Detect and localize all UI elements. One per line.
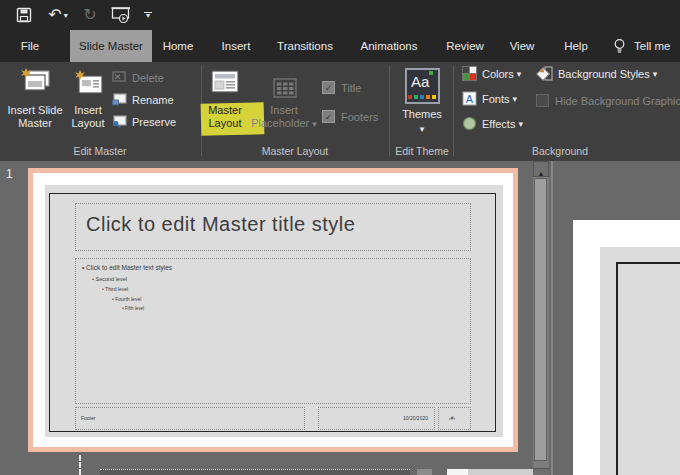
fonts-label: Fonts bbox=[482, 93, 510, 105]
tab-transitions[interactable]: Transitions bbox=[270, 30, 340, 62]
colors-caret-icon: ▾ bbox=[517, 69, 522, 79]
fonts-button[interactable]: A Fonts ▾ bbox=[462, 91, 517, 106]
body-placeholder[interactable]: • Click to edit Master text styles • Sec… bbox=[75, 258, 471, 404]
main-slide-surface[interactable] bbox=[573, 220, 680, 475]
preserve-label: Preserve bbox=[132, 116, 176, 128]
master-layout-label: Master Layout bbox=[203, 104, 247, 130]
redo-icon: ↻ bbox=[83, 7, 96, 23]
tab-insert[interactable]: Insert bbox=[214, 30, 258, 62]
tab-file[interactable]: File bbox=[6, 30, 54, 62]
save-button[interactable] bbox=[14, 4, 34, 26]
undo-button[interactable]: ↶ ▾ bbox=[44, 4, 72, 26]
themes-caret-icon: ▾ bbox=[396, 124, 448, 134]
main-slide-canvas[interactable] bbox=[553, 161, 680, 475]
thumbnail-tree-connector bbox=[79, 455, 81, 475]
slide-theme-panel: Click to edit Master title style • Click… bbox=[45, 185, 503, 437]
tab-help[interactable]: Help bbox=[554, 30, 598, 62]
footers-checkbox-box: ✓ bbox=[322, 110, 335, 123]
preserve-button[interactable]: Preserve bbox=[112, 115, 176, 128]
preserve-icon bbox=[112, 115, 127, 128]
next-thumbnail-partial bbox=[447, 469, 468, 475]
scrollbar-up-button[interactable]: ▲ bbox=[533, 161, 549, 177]
insert-slide-master-icon bbox=[20, 68, 50, 94]
background-group-label: Background bbox=[490, 145, 630, 157]
body-level-4: • Fourth level bbox=[112, 297, 141, 302]
insert-slide-master-button[interactable]: Insert Slide Master bbox=[4, 64, 66, 142]
tab-tell-me[interactable]: Tell me bbox=[634, 30, 680, 62]
delete-icon bbox=[112, 71, 127, 84]
next-thumbnail-partial[interactable] bbox=[100, 469, 410, 475]
footer-placeholder-text: Footer bbox=[81, 416, 95, 421]
body-level-3: • Third level bbox=[102, 287, 128, 292]
effects-button[interactable]: Effects ▾ bbox=[462, 116, 523, 131]
effects-caret-icon: ▾ bbox=[518, 119, 523, 129]
start-slideshow-button[interactable] bbox=[109, 4, 133, 26]
title-placeholder-text: Click to edit Master title style bbox=[86, 213, 355, 236]
scrollbar-down-button[interactable] bbox=[533, 468, 549, 475]
date-placeholder[interactable]: 10/20/2020 bbox=[318, 407, 435, 430]
tab-home[interactable]: Home bbox=[154, 30, 202, 62]
rename-label: Rename bbox=[132, 94, 174, 106]
background-styles-label: Background Styles bbox=[558, 68, 650, 80]
footers-checkbox: ✓ Footers bbox=[322, 110, 378, 123]
themes-button[interactable]: Aa Themes ▾ bbox=[396, 64, 448, 142]
group-divider bbox=[389, 66, 390, 156]
hide-background-graphics-label: Hide Background Graphics bbox=[555, 95, 680, 107]
themes-label: Themes bbox=[396, 108, 448, 121]
tab-view[interactable]: View bbox=[500, 30, 544, 62]
master-layout-button[interactable]: Master Layout bbox=[203, 64, 247, 142]
group-divider bbox=[453, 66, 454, 156]
body-level-5: • Fifth level bbox=[122, 307, 144, 312]
colors-button[interactable]: Colors ▾ bbox=[462, 66, 521, 81]
themes-icon-dot bbox=[408, 95, 412, 99]
save-icon bbox=[16, 7, 32, 23]
slide-number-placeholder[interactable]: ‹#› bbox=[438, 407, 471, 430]
body-level-2: • Second level bbox=[92, 277, 127, 283]
themes-icon-dot bbox=[420, 95, 424, 99]
insert-placeholder-button: Insert Placeholder▾ bbox=[247, 64, 321, 142]
undo-dropdown-icon[interactable]: ▾ bbox=[64, 11, 68, 20]
start-slideshow-icon bbox=[111, 6, 131, 24]
customize-qat-button[interactable]: ▾ bbox=[141, 4, 155, 26]
insert-placeholder-label: Insert Placeholder▾ bbox=[247, 104, 321, 131]
next-thumbnail-partial bbox=[417, 469, 432, 475]
edit-master-group-label: Edit Master bbox=[30, 145, 170, 157]
tell-me-bulb[interactable] bbox=[608, 30, 630, 62]
slide-surface[interactable]: Click to edit Master title style • Click… bbox=[33, 173, 513, 447]
insert-layout-button[interactable]: Insert Layout bbox=[66, 64, 110, 142]
themes-icon-accent bbox=[429, 71, 433, 75]
date-placeholder-text: 10/20/2020 bbox=[403, 416, 428, 421]
background-styles-button[interactable]: Background Styles ▾ bbox=[536, 66, 657, 82]
insert-layout-icon bbox=[74, 70, 104, 94]
master-thumbnail-selected[interactable]: Click to edit Master title style • Click… bbox=[28, 168, 518, 452]
tab-review[interactable]: Review bbox=[438, 30, 492, 62]
title-checkbox: ✓ Title bbox=[322, 81, 361, 94]
rename-button[interactable]: Rename bbox=[112, 93, 174, 106]
colors-icon bbox=[462, 66, 477, 81]
title-checkbox-box: ✓ bbox=[322, 81, 335, 94]
slide-number-placeholder-text: ‹#› bbox=[449, 416, 455, 421]
svg-text:A: A bbox=[466, 93, 474, 105]
themes-icon-dot bbox=[432, 95, 436, 99]
main-slide-frame-corner bbox=[616, 262, 680, 475]
footer-placeholder[interactable]: Footer bbox=[75, 407, 305, 430]
background-styles-caret-icon: ▾ bbox=[653, 69, 658, 79]
insert-slide-master-label: Insert Slide Master bbox=[4, 104, 66, 130]
fonts-icon: A bbox=[462, 91, 477, 106]
title-placeholder[interactable]: Click to edit Master title style bbox=[75, 203, 471, 251]
slide-master-workspace: 1 Click to edit Master title style • Cli… bbox=[0, 161, 680, 475]
edit-theme-group-label: Edit Theme bbox=[352, 145, 492, 157]
ribbon-tab-row: File Slide Master Home Insert Transition… bbox=[0, 30, 680, 62]
tab-animations[interactable]: Animations bbox=[352, 30, 426, 62]
undo-icon: ↶ bbox=[48, 7, 61, 23]
insert-placeholder-icon bbox=[273, 78, 297, 98]
themes-icon-dot bbox=[414, 95, 418, 99]
scrollbar-thumb[interactable] bbox=[534, 178, 547, 461]
effects-label: Effects bbox=[482, 118, 515, 130]
thumbnail-number: 1 bbox=[6, 167, 13, 181]
thumbnails-scrollbar[interactable]: ▲ bbox=[533, 161, 549, 475]
master-layout-group-label: Master Layout bbox=[225, 145, 365, 157]
tab-slide-master[interactable]: Slide Master bbox=[70, 30, 152, 62]
fonts-caret-icon: ▾ bbox=[513, 94, 518, 104]
hide-background-graphics-checkbox: Hide Background Graphics bbox=[536, 94, 680, 107]
